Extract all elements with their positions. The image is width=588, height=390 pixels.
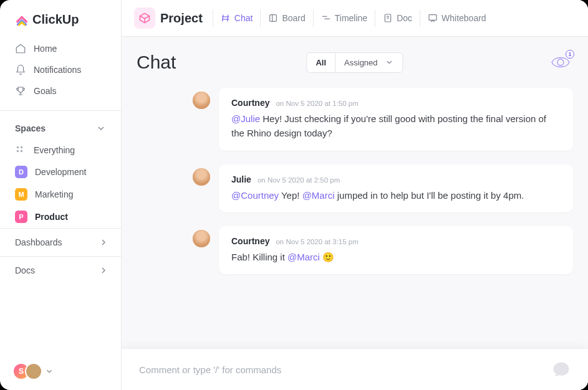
nav-label: Home xyxy=(34,44,57,54)
page-title: Chat xyxy=(137,52,176,73)
message-time: on Nov 5 2020 at 3:15 pm xyxy=(276,238,358,245)
trophy-icon xyxy=(15,85,26,97)
svg-line-4 xyxy=(222,15,223,22)
brand-name: ClickUp xyxy=(32,12,79,27)
filter-all[interactable]: All xyxy=(307,53,335,72)
comment-icon xyxy=(552,360,571,379)
filter-assigned[interactable]: Assigned xyxy=(335,53,402,72)
main-nav: Home Notifications Goals xyxy=(0,36,121,104)
message-bubble: Courtney on Nov 5 2020 at 1:50 pm @Julie… xyxy=(219,88,573,151)
tab-icon xyxy=(383,13,393,23)
tab-label: Timeline xyxy=(335,13,367,23)
sidebar-item-everything[interactable]: Everything xyxy=(0,140,121,161)
tab-icon xyxy=(428,13,438,23)
space-badge: D xyxy=(15,166,27,178)
space-badge: P xyxy=(15,211,27,223)
tab-label: Chat xyxy=(234,13,253,23)
tab-label: Whiteboard xyxy=(441,13,486,23)
watchers-button[interactable]: 1 xyxy=(548,52,573,72)
message: Courtney on Nov 5 2020 at 3:15 pm Fab! K… xyxy=(193,226,573,274)
project-icon xyxy=(134,7,155,29)
space-badge: M xyxy=(15,188,27,201)
nav-home[interactable]: Home xyxy=(0,38,121,59)
svg-point-2 xyxy=(17,150,19,152)
main: Project ChatBoardTimelineDocWhiteboard C… xyxy=(122,0,588,390)
content: Chat All Assigned 1 xyxy=(122,37,588,390)
message-author: Julie xyxy=(231,174,251,184)
tab[interactable]: Timeline xyxy=(313,9,375,27)
mention[interactable]: @Marci xyxy=(287,252,320,262)
space-label: Product xyxy=(35,212,68,222)
message-list: Courtney on Nov 5 2020 at 1:50 pm @Julie… xyxy=(137,73,573,348)
home-icon xyxy=(15,43,26,54)
message: Julie on Nov 5 2020 at 2:50 pm @Courtney… xyxy=(193,164,573,212)
nav-notifications[interactable]: Notifications xyxy=(0,59,121,80)
sidebar: ClickUp Home Notifications Goals Spaces xyxy=(0,0,122,390)
svg-point-0 xyxy=(17,146,19,148)
sidebar-space[interactable]: MMarketing xyxy=(0,183,121,206)
nav-goals[interactable]: Goals xyxy=(0,80,121,102)
message-time: on Nov 5 2020 at 1:50 pm xyxy=(276,100,358,107)
tab[interactable]: Doc xyxy=(375,9,420,27)
tab[interactable]: Whiteboard xyxy=(420,9,494,27)
message-body: Fab! Killing it @Marci 🙂 xyxy=(231,250,561,264)
tab-icon xyxy=(321,13,331,23)
brand[interactable]: ClickUp xyxy=(0,0,121,36)
svg-point-3 xyxy=(21,150,22,152)
chevron-right-icon xyxy=(99,265,108,275)
message-body: @Courtney Yep! @Marci jumped in to help … xyxy=(231,188,561,202)
content-header: Chat All Assigned 1 xyxy=(137,52,573,73)
message-bubble: Julie on Nov 5 2020 at 2:50 pm @Courtney… xyxy=(219,164,573,212)
logo-icon xyxy=(15,13,29,27)
message-author: Courtney xyxy=(231,98,269,108)
avatar xyxy=(25,363,42,380)
sidebar-space[interactable]: PProduct xyxy=(0,206,121,228)
spaces-label: Spaces xyxy=(15,123,46,133)
topbar: Project ChatBoardTimelineDocWhiteboard xyxy=(122,0,588,37)
svg-line-5 xyxy=(227,15,228,22)
message-time: on Nov 5 2020 at 2:50 pm xyxy=(258,176,340,184)
spaces-header[interactable]: Spaces xyxy=(0,110,121,140)
svg-rect-8 xyxy=(270,15,277,22)
svg-rect-15 xyxy=(429,15,436,21)
tab[interactable]: Board xyxy=(260,9,312,27)
chevron-down-icon xyxy=(385,58,394,67)
mention[interactable]: @Courtney xyxy=(231,190,279,201)
avatar xyxy=(193,168,210,186)
bell-icon xyxy=(15,64,26,75)
bottom-label: Dashboards xyxy=(15,237,62,247)
message-body: @Julie Hey! Just checking if you're stil… xyxy=(231,112,561,141)
space-label: Development xyxy=(35,167,87,177)
tab-icon xyxy=(221,13,231,23)
tab-label: Board xyxy=(282,13,305,23)
space-label: Everything xyxy=(34,145,75,155)
sidebar-bottom-item[interactable]: Dashboards xyxy=(0,228,121,256)
tab-label: Doc xyxy=(397,13,412,23)
watchers-count: 1 xyxy=(566,50,574,59)
tab[interactable]: Chat xyxy=(213,9,261,27)
project-title: Project xyxy=(160,11,203,26)
svg-point-1 xyxy=(21,146,22,148)
sidebar-space[interactable]: DDevelopment xyxy=(0,161,121,183)
composer[interactable]: Comment or type '/' for commands xyxy=(122,348,588,390)
avatar xyxy=(193,92,210,109)
tab-icon xyxy=(268,13,278,23)
nav-label: Notifications xyxy=(34,65,81,75)
mention[interactable]: @Julie xyxy=(231,113,260,124)
emoji: 🙂 xyxy=(322,252,334,262)
nav-label: Goals xyxy=(34,86,57,96)
chevron-down-icon xyxy=(45,367,54,376)
user-switcher[interactable]: S xyxy=(0,353,121,390)
message: Courtney on Nov 5 2020 at 1:50 pm @Julie… xyxy=(193,88,573,151)
sidebar-bottom-item[interactable]: Docs xyxy=(0,256,121,284)
grid-icon xyxy=(15,145,26,156)
filter-group: All Assigned xyxy=(306,52,403,73)
chevron-down-icon xyxy=(96,123,106,133)
svg-point-16 xyxy=(557,59,564,65)
chevron-right-icon xyxy=(99,237,108,247)
space-label: Marketing xyxy=(35,189,73,199)
composer-placeholder: Comment or type '/' for commands xyxy=(139,364,281,375)
message-author: Courtney xyxy=(231,236,269,246)
mention[interactable]: @Marci xyxy=(302,190,335,201)
bottom-label: Docs xyxy=(15,265,35,275)
